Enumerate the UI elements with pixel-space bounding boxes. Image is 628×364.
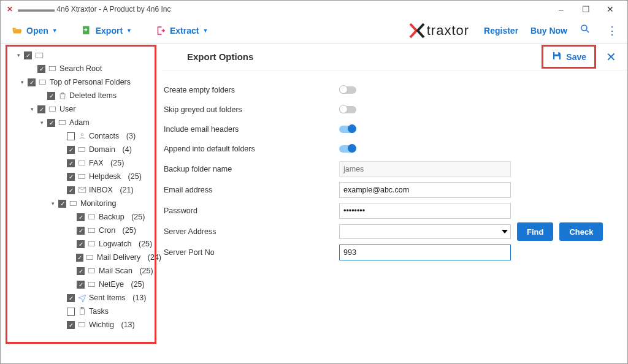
svg-point-1 <box>581 25 587 31</box>
toggle-append-default[interactable] <box>339 145 356 153</box>
label-password: Password <box>164 207 339 215</box>
tree-item-adam[interactable]: ▾ Adam <box>1 116 161 129</box>
tree-item-wichtig[interactable]: ▸ Wichtig (13) <box>1 318 161 332</box>
svg-rect-10 <box>78 161 85 165</box>
register-link[interactable]: Register <box>484 26 518 36</box>
svg-rect-20 <box>80 308 84 315</box>
label-server-address: Server Address <box>164 227 339 236</box>
toggle-include-headers[interactable] <box>339 126 356 133</box>
open-menu[interactable]: Open ▼ <box>7 23 63 39</box>
label-include-headers: Include email headers <box>164 125 339 134</box>
check-button[interactable]: Check <box>559 222 603 241</box>
window-title: ▬▬▬▬▬ 4n6 Xtraxtor - A Product by 4n6 In… <box>18 5 549 13</box>
close-panel-button[interactable]: ✕ <box>602 50 620 64</box>
svg-rect-23 <box>555 52 559 55</box>
label-backup-name: Backup folder name <box>164 165 339 173</box>
svg-rect-19 <box>88 282 95 287</box>
tree-parent-item[interactable]: ▾ <box>1 48 161 62</box>
save-button-highlight: Save <box>542 45 596 69</box>
backup-name-input[interactable] <box>339 161 511 177</box>
svg-rect-17 <box>86 256 93 260</box>
app-logo: traxtor <box>409 23 469 39</box>
svg-rect-9 <box>78 148 85 152</box>
export-options-title: Export Options <box>187 51 542 62</box>
save-icon <box>551 50 562 63</box>
caret-down-icon: ▼ <box>202 28 208 34</box>
minimize-button[interactable]: – <box>549 1 573 18</box>
svg-rect-6 <box>49 107 56 112</box>
svg-rect-16 <box>88 242 95 246</box>
close-window-button[interactable]: ✕ <box>598 1 622 18</box>
tree-item-cron[interactable]: ▸ Cron (25) <box>1 224 161 237</box>
label-create-empty: Create empty folders <box>164 86 339 94</box>
svg-rect-24 <box>555 56 560 59</box>
svg-line-2 <box>586 30 589 32</box>
kebab-menu[interactable]: ⋮ <box>603 24 621 37</box>
server-port-input[interactable] <box>339 245 511 260</box>
svg-rect-14 <box>88 215 95 219</box>
caret-down-icon: ▼ <box>52 28 58 34</box>
svg-rect-13 <box>70 202 77 206</box>
tree-item-monitoring[interactable]: ▾ Monitoring <box>1 197 161 210</box>
buy-now-link[interactable]: Buy Now <box>530 26 567 36</box>
tree-item-top-folders[interactable]: ▾ Top of Personal Folders <box>1 75 161 89</box>
tree-item-mailscan[interactable]: ▸ Mail Scan (25) <box>1 264 161 278</box>
tree-item-search-root[interactable]: ▸ Search Root <box>1 62 161 75</box>
tree-item-user[interactable]: ▾ User <box>1 102 161 116</box>
toggle-create-empty[interactable] <box>339 86 356 94</box>
export-icon <box>81 25 92 36</box>
label-skip-greyed: Skip greyed out folders <box>164 105 339 114</box>
tree-item-logwatch[interactable]: ▸ Logwatch (25) <box>1 237 161 251</box>
email-input[interactable] <box>339 182 511 198</box>
tree-item-sentitems[interactable]: ▸ Sent Items (13) <box>1 291 161 305</box>
toggle-skip-greyed[interactable] <box>339 106 356 113</box>
tree-item-domain[interactable]: ▸ Domain (4) <box>1 143 161 156</box>
tree-item-inbox[interactable]: ▸ INBOX (21) <box>1 183 161 197</box>
tree-item-neteye[interactable]: ▸ NetEye (25) <box>1 278 161 291</box>
find-button[interactable]: Find <box>517 222 553 241</box>
tree-item-tasks[interactable]: ▸ Tasks <box>1 305 161 318</box>
svg-rect-22 <box>78 323 85 327</box>
tree-item-contacts[interactable]: ▸ Contacts (3) <box>1 129 161 143</box>
tree-item-deleted[interactable]: ▸ Deleted Items <box>1 89 161 102</box>
save-button[interactable]: Save <box>545 48 592 66</box>
svg-rect-15 <box>88 229 95 233</box>
password-input[interactable] <box>339 203 511 219</box>
tree-item-backup[interactable]: ▸ Backup (25) <box>1 210 161 224</box>
server-address-dropdown[interactable] <box>339 224 511 239</box>
tree-item-fax[interactable]: ▸ FAX (25) <box>1 156 161 170</box>
svg-rect-4 <box>49 67 56 71</box>
svg-rect-7 <box>59 121 66 125</box>
svg-rect-5 <box>39 80 45 85</box>
label-append-default: Append into default folders <box>164 145 339 153</box>
search-icon[interactable] <box>580 23 591 37</box>
svg-rect-18 <box>88 269 95 273</box>
label-server-port: Server Port No <box>164 248 339 257</box>
maximize-button[interactable]: ☐ <box>573 1 598 18</box>
folder-open-icon <box>12 25 23 36</box>
label-email: Email address <box>164 186 339 194</box>
app-icon: ✕ <box>6 5 14 13</box>
extract-menu[interactable]: Extract ▼ <box>150 23 213 39</box>
chevron-down-icon <box>502 230 508 233</box>
caret-down-icon: ▼ <box>126 28 132 34</box>
export-menu[interactable]: Export ▼ <box>76 23 137 39</box>
extract-icon <box>155 25 166 36</box>
svg-rect-11 <box>78 175 85 179</box>
tree-item-helpdesk[interactable]: ▸ Helpdesk (25) <box>1 170 161 183</box>
tree-item-maildelivery[interactable]: ▸ Mail Delivery (24) <box>1 251 161 264</box>
svg-point-8 <box>81 134 83 136</box>
svg-rect-3 <box>36 53 43 58</box>
